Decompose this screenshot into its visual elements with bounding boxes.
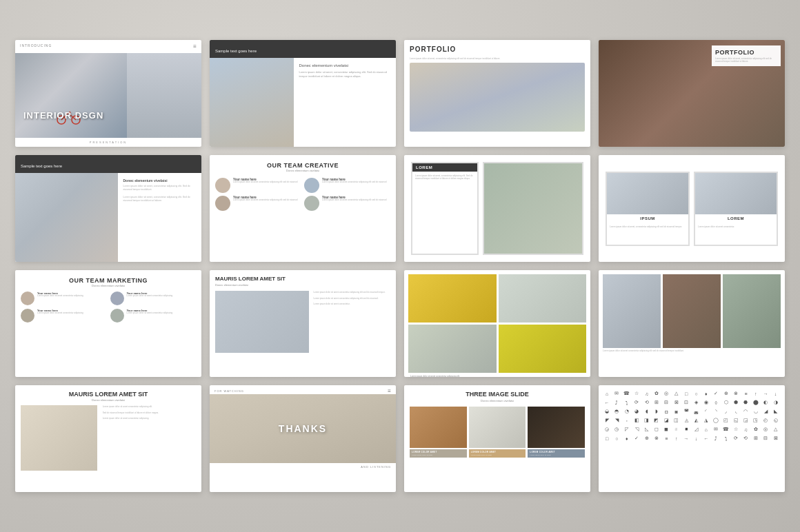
icon-cell: ⟲ [643, 398, 651, 407]
icon-cell: ◚ [682, 407, 690, 416]
icon-cell: ◝ [712, 407, 720, 416]
mauris2-body3: Lorem ipsum dolor sit amet consectetur a… [103, 417, 196, 420]
icon-cell: ◣ [772, 407, 780, 416]
icon-cell: ◠ [741, 407, 750, 416]
icon-cell: ✓ [712, 389, 720, 398]
label-2: LOREM COLOR AMET Lorem ipsum dolor sit a… [469, 449, 526, 458]
icon-cell: ⊕ [643, 434, 651, 442]
bar-label: Sample text goes here [215, 49, 257, 53]
portfolio-title: PORTFOLIO [410, 45, 585, 53]
portfolio2-body: Lorem ipsum dolor sit amet, consectetur … [715, 57, 777, 63]
icon-cell: ✉ [712, 425, 720, 433]
img-grey-1 [499, 274, 587, 323]
slide-portfolio-1: PORTFOLIO Lorem ipsum dolor sit amet, co… [404, 40, 590, 147]
icon-cell: ◫ [672, 416, 681, 424]
three-image-title: THREE IMAGE SLIDE [410, 391, 585, 398]
mkt-text2: Lorem ipsum dolor sit amet consectetur a… [127, 295, 173, 298]
slide5-body2: Lorem ipsum dolor sit amet, consectetur … [123, 196, 197, 203]
icon-cell: ⤵ [623, 398, 631, 407]
menu-icon: ≡ [388, 388, 391, 394]
icon-cell: ◨ [643, 416, 651, 424]
icon-cell: ⊟ [761, 434, 770, 442]
icon-cell: ⬢ [732, 398, 740, 407]
icon-cell: ◘ [662, 407, 670, 416]
icon-cell: ↓ [772, 389, 780, 398]
mauris2-body1: Lorem ipsum dolor sit amet consectetur a… [103, 405, 196, 409]
thanks-text: THANKS [279, 423, 327, 434]
icon-cell: ⊡ [682, 398, 690, 407]
introducing-label: INTRODUCING [20, 43, 52, 50]
icon-cell: ◒ [603, 407, 611, 416]
icon-cell: ← [603, 398, 611, 407]
label3-sub: Lorem ipsum dolor sit amet [530, 454, 583, 456]
icon-cell: ◺ [643, 425, 651, 433]
icon-cell: ☆ [632, 389, 641, 398]
icon-cell: ◈ [692, 398, 701, 407]
slides-grid: INTRODUCING ≡ INTERIOR DSGN [15, 40, 785, 492]
ipsum-body2: Lorem ipsum dolor sit amet consectetur. [695, 223, 777, 245]
presentation-label: PRESENTATION [15, 138, 201, 147]
avatar-4 [304, 196, 319, 211]
mauris1-body3: Lorem ipsum dolor sit amet consectetur. [313, 303, 390, 306]
slide-portfolio-2: PORTFOLIO Lorem ipsum dolor sit amet, co… [599, 40, 785, 147]
icon-cell: ⊞ [652, 398, 661, 407]
icon-cell: ◡ [752, 407, 760, 416]
mauris1-body2: Lorem ipsum dolor sit amet consectetur a… [313, 297, 390, 300]
icon-cell: ◎ [662, 389, 670, 398]
slide-four-images: Lorem ipsum dolor sit amet consectetur a… [404, 270, 590, 377]
mkt-avatar-1 [21, 291, 34, 305]
slide-team-creative: OUR TEAM CREATIVE Donec elementum vivela… [210, 155, 396, 262]
slide-team-marketing: OUR TEAM MARKETING Donec elementum vivel… [15, 270, 201, 377]
icon-cell: ⟲ [741, 434, 750, 442]
icon-cell: ◢ [761, 407, 770, 416]
icon-cell: ◜ [702, 407, 710, 416]
icon-cell: ⊕ [722, 389, 730, 398]
icon-cell: ♦ [702, 389, 710, 398]
icon-cell: ☎ [722, 425, 730, 433]
three-img-3 [528, 407, 585, 448]
mkt-text1: Lorem ipsum dolor sit amet consectetur a… [37, 295, 83, 298]
label-1: LOREM COLOR AMET Lorem ipsum dolor sit a… [410, 449, 467, 458]
for-watching-label: FOR WATCHING [214, 389, 244, 393]
icon-cell: ≡ [741, 389, 750, 398]
icon-cell: ◴ [761, 416, 770, 424]
mkt-text4: Lorem ipsum dolor sit amet consectetur a… [127, 312, 173, 315]
icon-cell: ◿ [692, 425, 701, 433]
icon-cell: ◞ [722, 407, 730, 416]
icon-cell: ♫ [741, 425, 750, 433]
mauris2-subtitle: Donec elementum vivelatsi [21, 398, 196, 402]
icon-cell: ✓ [632, 434, 641, 442]
team-member-4: Your name here Lorem ipsum dolor sit ame… [304, 196, 390, 211]
slide-sample-text-2: Sample text goes here Donec elementum vi… [15, 155, 201, 262]
mkt-member-1: Your name here Lorem ipsum dolor sit ame… [21, 291, 107, 305]
avatar-1 [215, 178, 230, 193]
icon-cell: ◐ [761, 398, 770, 407]
icon-cell: ⬣ [741, 398, 750, 407]
icon-cell: ◳ [752, 416, 760, 424]
icon-cell: ◦ [623, 416, 631, 424]
icon-cell: ◯ [712, 416, 720, 424]
icon-cell: ↑ [672, 434, 681, 442]
icon-cell: ◽ [672, 425, 681, 433]
icon-cell: ↓ [692, 434, 701, 442]
icon-cell: ⊞ [752, 434, 760, 442]
slide-body: Lorem ipsum dolor sit amet, consectetur … [299, 70, 391, 78]
icon-cell: ◼ [662, 425, 670, 433]
portfolio-img-3 [723, 274, 781, 348]
icon-cell: ✉ [612, 389, 621, 398]
slide-ipsum-frames: IPSUM Lorem ipsum dolor sit amet, consec… [599, 155, 785, 262]
slide-sample-text-1: Sample text goes here Donec elementum vi… [210, 40, 396, 147]
team-marketing-title: OUR TEAM MARKETING [21, 277, 196, 284]
slide5-heading: Donec elementum vivelatsi [123, 178, 197, 183]
team-creative-title: OUR TEAM CREATIVE [215, 162, 390, 169]
member4-text: Lorem ipsum dolor sit amet consectetur a… [322, 199, 386, 202]
and-listening-label: AND LISTENING [210, 463, 396, 471]
icon-cell: ◎ [761, 425, 770, 433]
icon-cell: ◾ [682, 425, 690, 433]
team-creative-subtitle: Donec elementum vivelatsi [215, 169, 390, 172]
four-images-caption: Lorem ipsum dolor sit amet consectetur a… [408, 373, 586, 377]
slide-lorem-frame: LOREM Lorem ipsum dolor sit amet, consec… [404, 155, 590, 262]
slide-title: INTERIOR DSGN [23, 110, 103, 121]
icon-cell: ⊟ [662, 398, 670, 407]
icon-cell: ◔ [623, 407, 631, 416]
